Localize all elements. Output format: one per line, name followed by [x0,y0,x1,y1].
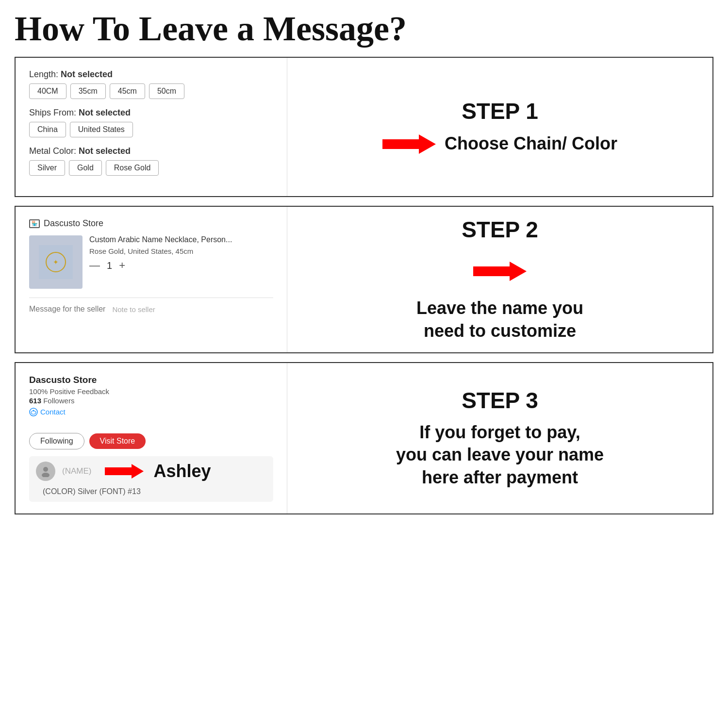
length-btn-40cm[interactable]: 40CM [29,83,66,99]
svg-point-7 [33,410,34,411]
step2-row: 🏪 Dascusto Store ✦ Custom Arabic Name Ne… [15,206,713,353]
store-name: Dascusto Store [44,218,103,229]
ships-btn-china[interactable]: China [29,122,66,137]
red-arrow-icon-2 [473,259,527,283]
svg-point-8 [43,467,48,472]
length-btn-35cm[interactable]: 35cm [70,83,106,99]
step3-left: Dascusto Store 100% Positive Feedback 61… [16,363,287,513]
metal-btn-silver[interactable]: Silver [29,160,65,176]
visit-store-button[interactable]: Visit Store [89,433,146,449]
length-status: Not selected [61,69,113,79]
qty-plus-button[interactable]: + [119,259,125,272]
length-label: Length: Not selected [29,69,273,80]
length-btn-45cm[interactable]: 45cm [110,83,145,99]
ships-options: China United States [29,122,273,137]
following-button[interactable]: Following [29,433,84,449]
step1-row: Length: Not selected 40CM 35cm 45cm 50cm… [15,57,713,197]
step1-left: Length: Not selected 40CM 35cm 45cm 50cm… [16,58,287,196]
note-placeholder[interactable]: Note to seller [112,305,155,314]
step3-desc: If you forget to pay, you can leave your… [396,421,604,489]
followers-text: 613 Followers [29,397,273,405]
metal-btn-gold[interactable]: Gold [69,160,102,176]
length-btn-50cm[interactable]: 50cm [149,83,184,99]
step3-right: STEP 3 If you forget to pay, you can lea… [287,363,712,513]
ships-btn-us[interactable]: United States [70,122,133,137]
step2-right: STEP 2 Leave the name you need to custom… [287,207,712,352]
avatar-icon [36,462,55,481]
message-row: Message for the seller Note to seller [29,298,273,314]
svg-marker-10 [105,464,144,479]
product-name: Custom Arabic Name Necklace, Person... [89,235,273,244]
step1-label: STEP 1 [462,98,538,124]
quantity-display: 1 [107,260,112,271]
feedback-text: 100% Positive Feedback [29,387,273,396]
message-label: Message for the seller [29,305,105,314]
metal-btn-rosegold[interactable]: Rose Gold [106,160,159,176]
followers-label: Followers [43,397,74,405]
metal-label: Metal Color: Not selected [29,146,273,156]
btn-row: Following Visit Store [29,433,273,449]
contact-link[interactable]: Contact [29,408,273,416]
ships-label: Ships From: Not selected [29,108,273,118]
name-input-row: (NAME) Ashley [36,461,266,481]
step2-left: 🏪 Dascusto Store ✦ Custom Arabic Name Ne… [16,207,287,352]
store-header: 🏪 Dascusto Store [29,218,273,229]
example-name: Ashley [153,461,211,481]
product-info: Custom Arabic Name Necklace, Person... R… [89,235,273,272]
store-icon: 🏪 [29,219,40,228]
metal-options: Silver Gold Rose Gold [29,160,273,176]
svg-marker-0 [382,134,436,154]
svg-point-5 [30,408,37,416]
necklace-image: ✦ [39,245,73,279]
svg-point-6 [31,411,36,414]
product-row: ✦ Custom Arabic Name Necklace, Person...… [29,235,273,289]
product-thumbnail: ✦ [29,235,83,289]
length-options: 40CM 35cm 45cm 50cm [29,83,273,99]
red-arrow-icon [382,132,436,156]
ships-status: Not selected [79,108,131,117]
step2-label: STEP 2 [462,216,538,243]
svg-point-9 [42,473,50,477]
followers-count: 613 [29,397,41,405]
contact-label: Contact [40,408,66,416]
svg-marker-4 [473,262,527,281]
step1-desc: Choose Chain/ Color [445,132,617,155]
metal-status: Not selected [79,146,131,156]
color-font-text: (COLOR) Silver (FONT) #13 [36,484,266,499]
step1-right: STEP 1 Choose Chain/ Color [287,58,712,196]
store-name-large: Dascusto Store [29,375,273,385]
store-info-block: Dascusto Store 100% Positive Feedback 61… [29,375,273,427]
step3-label: STEP 3 [462,387,538,414]
red-arrow-icon-3 [105,463,144,480]
step3-row: Dascusto Store 100% Positive Feedback 61… [15,362,713,514]
product-variant: Rose Gold, United States, 45cm [89,247,273,255]
contact-icon [29,408,38,416]
page-title: How To Leave a Message? [15,10,713,48]
qty-minus-button[interactable]: — [89,259,100,272]
svg-text:✦: ✦ [53,258,59,266]
step2-desc: Leave the name you need to customize [416,297,583,343]
qty-control: — 1 + [89,259,273,272]
user-silhouette [40,465,51,477]
name-placeholder: (NAME) [62,466,91,476]
name-input-area: (NAME) Ashley (COLOR) Silver (FONT) #13 [29,456,273,502]
